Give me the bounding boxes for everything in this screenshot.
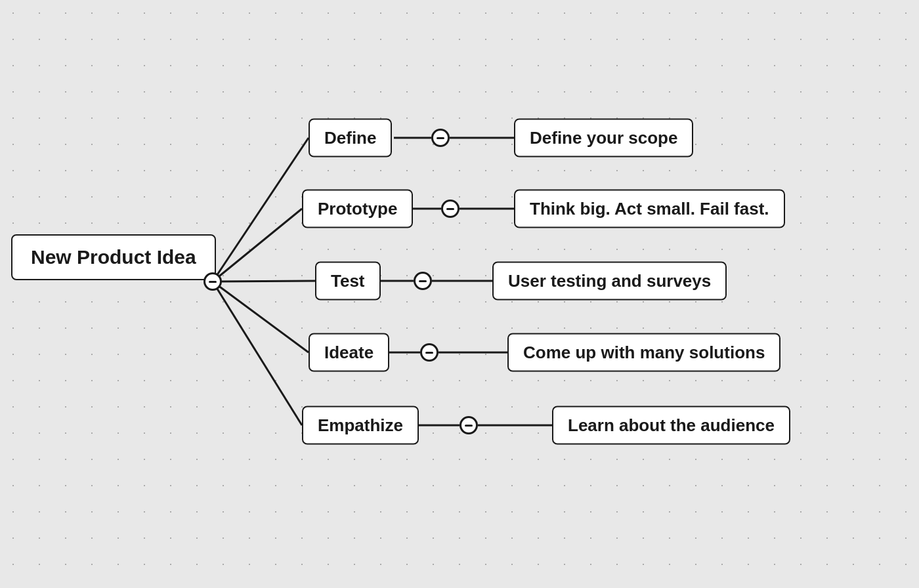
test-label: Test [331, 271, 365, 291]
ideate-node[interactable]: Ideate [309, 333, 389, 372]
svg-line-1 [213, 209, 302, 282]
ideate-connector [420, 343, 438, 362]
empathize-node[interactable]: Empathize [302, 406, 419, 445]
svg-line-3 [213, 282, 309, 352]
prototype-connector [441, 200, 460, 218]
svg-line-2 [213, 281, 315, 282]
think-big-node[interactable]: Think big. Act small. Fail fast. [514, 190, 785, 228]
solutions-label: Come up with many solutions [523, 343, 765, 363]
define-label: Define [324, 128, 376, 148]
define-scope-label: Define your scope [530, 128, 677, 148]
prototype-node[interactable]: Prototype [302, 190, 413, 228]
audience-label: Learn about the audience [568, 415, 775, 436]
ideate-label: Ideate [324, 343, 374, 363]
user-testing-node[interactable]: User testing and surveys [492, 262, 727, 301]
test-node[interactable]: Test [315, 262, 381, 301]
mind-map-canvas: New Product Idea Define Prototype Test I… [0, 0, 919, 588]
connection-lines [0, 0, 919, 588]
test-connector [414, 272, 432, 290]
define-connector [431, 129, 450, 147]
root-connector [203, 272, 222, 291]
audience-node[interactable]: Learn about the audience [552, 406, 790, 445]
define-scope-node[interactable]: Define your scope [514, 119, 693, 158]
root-node[interactable]: New Product Idea [11, 234, 216, 280]
root-label: New Product Idea [31, 246, 196, 268]
empathize-label: Empathize [318, 415, 403, 436]
svg-line-0 [213, 138, 309, 282]
define-node[interactable]: Define [309, 119, 392, 158]
svg-line-4 [213, 282, 302, 425]
prototype-label: Prototype [318, 199, 397, 219]
empathize-connector [460, 416, 478, 434]
solutions-node[interactable]: Come up with many solutions [507, 333, 780, 372]
user-testing-label: User testing and surveys [508, 271, 711, 291]
think-big-label: Think big. Act small. Fail fast. [530, 199, 769, 219]
